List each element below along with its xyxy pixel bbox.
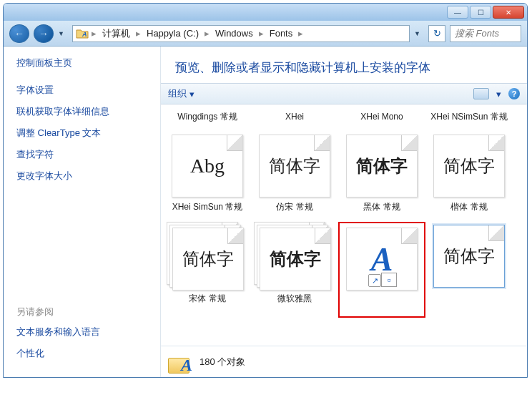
refresh-button[interactable]: ↻ [428, 25, 445, 42]
view-mode-button[interactable] [473, 88, 489, 99]
content-pane: 预览、删除或者显示和隐藏计算机上安装的字体 组织 ▾ ▾ ? Wingdings… [161, 47, 527, 377]
breadcrumb[interactable]: A ▸ 计算机 ▸ Happyla (C:) ▸ Windows ▸ Fonts… [72, 25, 410, 42]
back-button[interactable]: ← [9, 24, 29, 43]
sidebar-link-cleartype[interactable]: 调整 ClearType 文本 [16, 127, 147, 140]
font-label [427, 291, 511, 311]
font-label: 宋体 常规 [165, 292, 250, 312]
font-item[interactable]: 简体字 黑体 常规 [338, 132, 425, 222]
font-sample: 简体字 [269, 155, 320, 177]
font-label: XHei Mono [340, 110, 424, 130]
grid-row: 简体字 宋体 常规 简体字 微软雅黑 [164, 222, 524, 318]
sidebar-title[interactable]: 控制面板主页 [16, 57, 147, 69]
folder-icon: A [76, 29, 89, 39]
font-thumbnail: A ▫ ↗ [346, 228, 418, 291]
close-button[interactable]: ✕ [493, 6, 524, 19]
breadcrumb-sep-icon: ▸ [92, 28, 97, 39]
breadcrumb-sep-icon: ▸ [136, 28, 141, 39]
shortcut-overlay-icon: ▫ [381, 273, 397, 287]
font-label: XHei [252, 110, 337, 130]
font-label: 楷体 常规 [427, 200, 511, 220]
font-item[interactable]: Abg XHei SimSun 常规 [164, 132, 251, 222]
sidebar-section-seealso: 另请参阅 [16, 306, 147, 318]
font-label: XHei NSimSun 常规 [427, 110, 511, 130]
grid-row: Abg XHei SimSun 常规 简体字 仿宋 常规 简体字 黑体 常规 简… [164, 132, 524, 222]
organize-dropdown-icon[interactable]: ▾ [189, 89, 194, 99]
grid-row: Wingdings 常规 XHei XHei Mono XHei NSimSun… [164, 109, 524, 132]
font-item[interactable]: XHei [251, 109, 338, 132]
status-count: 180 个对象 [200, 356, 245, 369]
font-item-selected[interactable]: 简体字 [425, 222, 513, 318]
font-thumbnail: 简体字 [433, 135, 505, 198]
breadcrumb-sep-icon: ▸ [259, 28, 264, 39]
font-label: 黑体 常规 [340, 200, 424, 220]
font-sample: 简体字 [443, 155, 495, 177]
view-dropdown-icon[interactable]: ▾ [496, 89, 501, 99]
minimize-button[interactable]: — [447, 6, 468, 19]
breadcrumb-item[interactable]: Happyla (C:) [144, 28, 202, 39]
breadcrumb-sep-icon: ▸ [298, 28, 303, 39]
main-area: 控制面板主页 字体设置 联机获取字体详细信息 调整 ClearType 文本 查… [4, 47, 527, 377]
font-item[interactable]: XHei NSimSun 常规 [425, 109, 513, 132]
content-toolbar: 组织 ▾ ▾ ? [161, 83, 527, 104]
titlebar: — ☐ ✕ [4, 4, 527, 21]
font-grid: Wingdings 常规 XHei XHei Mono XHei NSimSun… [161, 104, 527, 346]
font-label [341, 293, 423, 313]
font-sample: 简体字 [182, 248, 234, 270]
sidebar-link-personalization[interactable]: 个性化 [16, 347, 147, 360]
maximize-button[interactable]: ☐ [470, 6, 491, 19]
font-thumbnail: 简体字 [259, 135, 330, 198]
page-title: 预览、删除或者显示和隐藏计算机上安装的字体 [161, 47, 527, 83]
sidebar-link-font-settings[interactable]: 字体设置 [16, 84, 147, 97]
sidebar-link-online-fonts[interactable]: 联机获取字体详细信息 [16, 105, 147, 118]
font-thumbnail-stack: 简体字 [257, 223, 332, 289]
status-bar: A 180 个对象 [161, 346, 527, 377]
font-sample: 简体字 [356, 155, 408, 177]
font-item[interactable]: XHei Mono [338, 109, 425, 132]
breadcrumb-item[interactable]: 计算机 [99, 27, 133, 40]
path-dropdown[interactable]: ▼ [414, 30, 424, 37]
font-item-highlighted[interactable]: A ▫ ↗ [338, 222, 425, 318]
breadcrumb-item[interactable]: Windows [212, 28, 256, 39]
address-bar: ← → ▼ A ▸ 计算机 ▸ Happyla (C:) ▸ Windows ▸… [4, 21, 527, 47]
font-item[interactable]: 简体字 宋体 常规 [164, 222, 251, 318]
nav-history-dropdown[interactable]: ▼ [58, 30, 68, 37]
forward-button[interactable]: → [34, 24, 54, 43]
font-sample: Abg [190, 155, 225, 177]
font-label: XHei SimSun 常规 [165, 200, 250, 220]
sidebar-link-find-char[interactable]: 查找字符 [16, 148, 147, 161]
organize-button[interactable]: 组织 [168, 87, 187, 100]
breadcrumb-item[interactable]: Fonts [267, 28, 296, 39]
font-thumbnail: 简体字 [433, 225, 505, 288]
font-label: 仿宋 常规 [252, 200, 337, 220]
font-sample: 简体字 [443, 245, 495, 268]
font-thumbnail: Abg [172, 135, 243, 198]
sidebar-link-font-size[interactable]: 更改字体大小 [16, 170, 147, 182]
svg-text:A: A [82, 31, 87, 38]
font-item[interactable]: 简体字 仿宋 常规 [251, 132, 338, 222]
sidebar: 控制面板主页 字体设置 联机获取字体详细信息 调整 ClearType 文本 查… [4, 47, 161, 377]
font-thumbnail-stack: 简体字 [169, 223, 245, 289]
help-icon[interactable]: ? [508, 88, 520, 99]
font-label: 微软雅黑 [252, 292, 337, 312]
sidebar-link-text-services[interactable]: 文本服务和输入语言 [16, 326, 147, 338]
font-item[interactable]: 简体字 微软雅黑 [251, 222, 338, 318]
explorer-window: — ☐ ✕ ← → ▼ A ▸ 计算机 ▸ Happyla (C:) ▸ Win… [3, 3, 528, 378]
status-folder-icon: A [168, 351, 191, 374]
breadcrumb-sep-icon: ▸ [205, 28, 210, 39]
font-label: Wingdings 常规 [165, 110, 250, 130]
shortcut-arrow-icon: ↗ [368, 274, 381, 287]
font-sample: 简体字 [270, 248, 321, 270]
font-item[interactable]: 简体字 楷体 常规 [425, 132, 513, 222]
font-item[interactable]: Wingdings 常规 [164, 109, 251, 132]
font-thumbnail: 简体字 [346, 135, 418, 198]
search-input[interactable]: 搜索 Fonts [450, 25, 521, 42]
